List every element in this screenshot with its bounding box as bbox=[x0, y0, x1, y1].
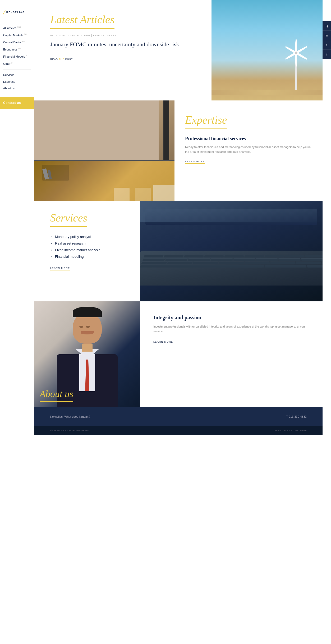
contact-button[interactable]: Contact us bbox=[0, 97, 34, 109]
list-item: ✓Financial modeling bbox=[50, 253, 132, 260]
footer-policy: PRIVACY POLICY / DISCLAIMER bbox=[275, 429, 307, 432]
expertise-image-top bbox=[34, 100, 174, 161]
sidebar-divider bbox=[3, 69, 31, 70]
footer-copyright: © KEKSELIAS ALL RIGHTS RESERVED bbox=[50, 429, 89, 432]
about-title-overlay: About us bbox=[40, 388, 73, 402]
footer-bottom: © KEKSELIAS ALL RIGHTS RESERVED PRIVACY … bbox=[34, 426, 323, 435]
services-section: Services ✓Monetary policy analysis ✓Real… bbox=[34, 201, 323, 301]
main-content: Latest Articles 02 17 2016 | BY VICTOR X… bbox=[34, 0, 323, 435]
laptop-visual bbox=[140, 201, 323, 301]
services-text: Services ✓Monetary policy analysis ✓Real… bbox=[34, 201, 140, 301]
article-meta: 02 17 2016 | BY VICTOR XING | CENTRAL BA… bbox=[50, 34, 201, 37]
article-title: January FOMC minutes: uncertainty and do… bbox=[50, 40, 201, 48]
footer: Kekselias: What does it mean? T 213 330-… bbox=[34, 407, 323, 426]
services-title: Services bbox=[50, 211, 87, 227]
sidebar-item-services[interactable]: Services bbox=[0, 72, 34, 78]
wind-turbine-icon bbox=[286, 37, 307, 95]
twitter-icon[interactable]: t bbox=[323, 40, 331, 50]
linkedin-icon[interactable]: in bbox=[323, 31, 331, 40]
about-image: About us bbox=[34, 301, 140, 407]
social-bar: Q in t f bbox=[323, 21, 331, 59]
sidebar-item-other[interactable]: Other 2 bbox=[0, 60, 34, 67]
sidebar-item-financial-models[interactable]: Financial Models 2 bbox=[0, 53, 34, 60]
about-description: Investment professionals with unparallel… bbox=[153, 324, 315, 334]
about-learn-link[interactable]: LEARN MORE bbox=[153, 341, 173, 344]
list-item: ✓Monetary policy analysis bbox=[50, 233, 132, 240]
keyboard-rows bbox=[140, 255, 323, 269]
expertise-image-bottom bbox=[34, 161, 174, 201]
services-learn-link[interactable]: LEARN MORE bbox=[50, 267, 70, 270]
footer-tagline: Kekselias: What does it mean? bbox=[50, 415, 90, 418]
check-icon: ✓ bbox=[50, 235, 53, 239]
about-subtitle: Integrity and passion bbox=[153, 315, 315, 321]
check-icon: ✓ bbox=[50, 255, 53, 259]
logo-slash: / bbox=[3, 8, 5, 16]
sidebar: / KEKSELIAS All articles 130 Capital Mar… bbox=[0, 0, 34, 644]
expertise-title: Expertise bbox=[185, 114, 227, 129]
sidebar-item-all-articles[interactable]: All articles 130 bbox=[0, 24, 34, 31]
expertise-image bbox=[34, 100, 174, 201]
about-text: Integrity and passion Investment profess… bbox=[140, 301, 323, 407]
services-list: ✓Monetary policy analysis ✓Real asset re… bbox=[50, 233, 132, 260]
list-item: ✓Real asset research bbox=[50, 240, 132, 247]
hero-section: Latest Articles 02 17 2016 | BY VICTOR X… bbox=[34, 0, 323, 100]
read-post-link[interactable]: READ THE POST bbox=[50, 58, 73, 61]
services-image bbox=[140, 201, 323, 301]
svg-point-4 bbox=[295, 52, 297, 54]
hero-image bbox=[212, 0, 323, 100]
about-section: About us Integrity and passion Investmen… bbox=[34, 301, 323, 407]
sidebar-item-capital-markets[interactable]: Capital Markets 38 bbox=[0, 31, 34, 39]
sidebar-item-expertise[interactable]: Expertise bbox=[0, 79, 34, 85]
sidebar-item-about[interactable]: About us bbox=[0, 85, 34, 92]
footer-phone: T 213 330-4883 bbox=[286, 415, 307, 418]
expertise-text: Expertise Professional financial service… bbox=[174, 100, 323, 201]
sidebar-nav: All articles 130 Capital Markets 38 Cent… bbox=[0, 24, 34, 109]
expertise-description: Ready to offer techniques and methodolog… bbox=[185, 145, 315, 154]
expertise-learn-link[interactable]: LEARN MORE bbox=[185, 160, 205, 164]
logo-text: KEKSELIAS bbox=[6, 11, 25, 13]
sidebar-item-central-banks[interactable]: Central Banks 48 bbox=[0, 39, 34, 46]
laptop-keyboard bbox=[140, 251, 323, 286]
search-icon[interactable]: Q bbox=[323, 21, 331, 31]
expertise-section: Expertise Professional financial service… bbox=[34, 100, 323, 201]
list-item: ✓Fixed income market analysis bbox=[50, 247, 132, 253]
check-icon: ✓ bbox=[50, 242, 53, 245]
sidebar-item-economics[interactable]: Economics 40 bbox=[0, 46, 34, 53]
hero-title: Latest Articles bbox=[50, 13, 114, 29]
check-icon: ✓ bbox=[50, 248, 53, 252]
hero-text: Latest Articles 02 17 2016 | BY VICTOR X… bbox=[34, 0, 212, 100]
facebook-icon[interactable]: f bbox=[323, 50, 331, 59]
logo[interactable]: / KEKSELIAS bbox=[0, 5, 34, 24]
expertise-subtitle: Professional financial services bbox=[185, 136, 315, 142]
